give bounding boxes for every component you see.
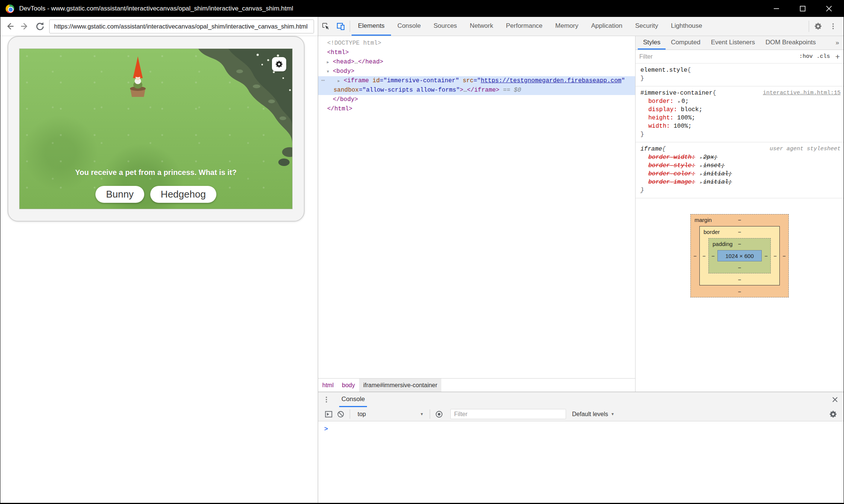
disclosure-triangle-icon[interactable]: ▸ xyxy=(327,57,333,67)
tab-security[interactable]: Security xyxy=(629,17,664,36)
console-filter-input[interactable] xyxy=(450,409,566,419)
tab-memory[interactable]: Memory xyxy=(549,17,584,36)
choice-button-bunny[interactable]: Bunny xyxy=(95,186,144,203)
dom-node-line[interactable]: ⋯▸<iframe id="immersive-container" src="… xyxy=(318,76,635,86)
tab-console[interactable]: Console xyxy=(391,17,427,36)
choice-button-hedgehog[interactable]: Hedgehog xyxy=(150,186,216,203)
levels-label: Default levels xyxy=(572,411,608,418)
disclosure-triangle-icon[interactable]: ▸ xyxy=(338,76,344,86)
sidebar-tabs-overflow-icon[interactable]: » xyxy=(831,36,844,50)
sidebar-tab-event-listeners[interactable]: Event Listeners xyxy=(706,36,760,50)
css-rule[interactable]: #immersive-container {interactive…him.ht… xyxy=(636,86,844,142)
css-rule[interactable]: iframe {user agent stylesheetborder-widt… xyxy=(636,142,844,198)
dom-node-line[interactable]: sandbox="allow-scripts allow-forms">…</i… xyxy=(318,86,635,95)
tab-sources[interactable]: Sources xyxy=(427,17,463,36)
pseudo-state-toggle[interactable]: :hov xyxy=(799,53,813,60)
page-content: You receive a pet from a princess. What … xyxy=(0,36,318,503)
clear-console-icon[interactable] xyxy=(335,409,347,419)
padding-left-value[interactable]: − xyxy=(711,253,715,259)
styles-filter-input[interactable] xyxy=(639,53,796,60)
breadcrumb-item[interactable]: body xyxy=(338,379,359,392)
devtools-settings-gear-icon[interactable] xyxy=(811,17,826,36)
maximize-button[interactable] xyxy=(798,4,808,14)
dom-node-line[interactable]: <!DOCTYPE html> xyxy=(318,39,635,48)
console-toolbar: top ▼ Default levels ▼ xyxy=(318,407,844,421)
console-sidebar-toggle-icon[interactable] xyxy=(323,409,335,419)
address-bar[interactable] xyxy=(49,20,314,33)
dom-node-line[interactable]: </html> xyxy=(318,104,635,114)
breadcrumb-item[interactable]: iframe#immersive-container xyxy=(359,379,441,392)
margin-bottom-value[interactable]: − xyxy=(738,288,741,295)
tab-network[interactable]: Network xyxy=(464,17,500,36)
border-left-value[interactable]: − xyxy=(702,253,706,259)
padding-top-value[interactable]: − xyxy=(738,241,741,247)
css-declaration[interactable]: border-image: ▸initial; xyxy=(640,178,841,186)
border-right-value[interactable]: − xyxy=(773,253,777,259)
breadcrumb-item[interactable]: html xyxy=(318,379,338,392)
reload-icon[interactable] xyxy=(34,21,45,32)
drawer-menu-kebab-icon[interactable] xyxy=(318,392,335,407)
margin-label: margin xyxy=(695,217,712,223)
new-style-rule-button[interactable]: + xyxy=(834,52,840,61)
css-declaration[interactable]: height: 100%; xyxy=(640,114,841,122)
margin-top-value[interactable]: − xyxy=(738,217,741,223)
rule-source-link[interactable]: user agent stylesheet xyxy=(770,145,841,153)
log-levels-select[interactable]: Default levels ▼ xyxy=(572,411,615,418)
url-input[interactable] xyxy=(54,23,309,30)
inspect-element-icon[interactable] xyxy=(318,17,333,36)
node-options-ellipsis[interactable]: ⋯ xyxy=(321,76,325,86)
dom-node-line[interactable]: <html> xyxy=(318,48,635,57)
minimize-button[interactable] xyxy=(772,4,781,14)
element-classes-toggle[interactable]: .cls xyxy=(817,53,830,60)
padding-right-value[interactable]: − xyxy=(764,253,768,259)
console-settings-gear-icon[interactable] xyxy=(827,409,839,419)
live-expression-eye-icon[interactable] xyxy=(433,409,445,419)
css-rule[interactable]: element.style {} xyxy=(636,63,844,86)
padding-bottom-value[interactable]: − xyxy=(738,264,741,271)
separator xyxy=(809,21,809,32)
separator xyxy=(430,409,430,419)
tab-application[interactable]: Application xyxy=(585,17,629,36)
css-declaration[interactable]: border-style: ▸inset; xyxy=(640,161,841,170)
chrome-logo-icon xyxy=(6,5,14,13)
game-canvas[interactable]: You receive a pet from a princess. What … xyxy=(19,48,293,209)
tab-lighthouse[interactable]: Lighthouse xyxy=(664,17,708,36)
margin-left-value[interactable]: − xyxy=(693,253,697,259)
console-drawer-tab[interactable]: Console xyxy=(339,392,367,407)
close-drawer-icon[interactable] xyxy=(826,392,844,407)
javascript-context-select[interactable]: top ▼ xyxy=(353,411,427,418)
rule-source-link[interactable]: interactive…him.html:15 xyxy=(763,89,841,97)
forward-icon[interactable] xyxy=(19,21,30,32)
console-prompt[interactable]: > xyxy=(324,426,328,433)
devtools-menu-kebab-icon[interactable] xyxy=(826,17,841,36)
window-title: DevTools - www.gstatic.com/assistant/int… xyxy=(19,5,772,12)
css-declaration[interactable]: border-color: ▸initial; xyxy=(640,170,841,178)
border-bottom-value[interactable]: − xyxy=(738,276,741,283)
css-declaration[interactable]: display: block; xyxy=(640,106,841,114)
console-messages[interactable]: > xyxy=(318,421,844,503)
dom-node-line[interactable]: </body> xyxy=(318,95,635,104)
game-settings-button[interactable] xyxy=(272,57,286,71)
margin-right-value[interactable]: − xyxy=(782,253,786,259)
tab-elements[interactable]: Elements xyxy=(352,17,391,36)
sidebar-tab-computed[interactable]: Computed xyxy=(666,36,705,50)
css-declaration[interactable]: width: 100%; xyxy=(640,122,841,130)
box-model-content[interactable]: 1024 × 600 xyxy=(717,250,762,261)
border-top-value[interactable]: − xyxy=(738,229,741,235)
disclosure-triangle-icon[interactable]: ▾ xyxy=(327,67,333,76)
sidebar-tab-styles[interactable]: Styles xyxy=(638,36,666,50)
gear-icon xyxy=(275,60,283,68)
sidebar-tab-dom-breakpoints[interactable]: DOM Breakpoints xyxy=(760,36,821,50)
box-model-margin[interactable]: margin − − − − border − − − − xyxy=(690,214,789,297)
css-declaration[interactable]: border-width: ▸2px; xyxy=(640,153,841,161)
device-toolbar-icon[interactable] xyxy=(333,17,348,36)
back-icon[interactable] xyxy=(4,21,15,32)
devtools-tabbar: ElementsConsoleSourcesNetworkPerformance… xyxy=(318,17,844,36)
box-model-border[interactable]: border − − − − padding − − − xyxy=(699,226,780,285)
box-model-padding[interactable]: padding − − − − 1024 × 600 xyxy=(708,238,771,273)
dom-node-line[interactable]: ▾<body> xyxy=(318,67,635,76)
close-window-button[interactable] xyxy=(824,4,834,14)
tab-performance[interactable]: Performance xyxy=(500,17,549,36)
dom-node-line[interactable]: ▸<head>…</head> xyxy=(318,57,635,67)
css-declaration[interactable]: border: ▸0; xyxy=(640,97,841,106)
